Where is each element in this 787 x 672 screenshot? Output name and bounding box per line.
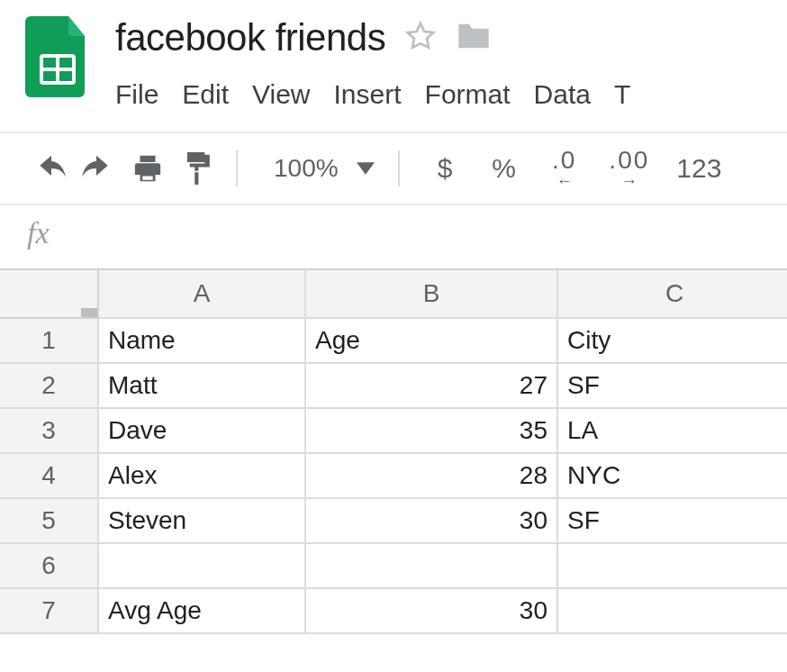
cell-b3[interactable]: 35: [306, 409, 558, 454]
cell-b4[interactable]: 28: [306, 454, 558, 499]
fx-label: fx: [27, 216, 50, 250]
cell-c2[interactable]: SF: [558, 364, 787, 409]
menu-edit[interactable]: Edit: [182, 79, 229, 110]
row-header-6[interactable]: 6: [0, 544, 99, 589]
row-header-1[interactable]: 1: [0, 319, 99, 364]
decrease-decimal-button[interactable]: .0 ←: [552, 148, 576, 189]
folder-icon[interactable]: [456, 21, 492, 55]
menu-insert[interactable]: Insert: [334, 79, 402, 110]
increase-decimal-button[interactable]: .00 →: [609, 148, 649, 189]
cell-c1[interactable]: City: [558, 319, 787, 364]
spreadsheet-grid: A B C 1 Name Age City 2 Matt 27 SF 3 Dav…: [0, 268, 787, 634]
row-header-7[interactable]: 7: [0, 589, 99, 634]
column-header-c[interactable]: C: [558, 270, 787, 319]
cell-c4[interactable]: NYC: [558, 454, 787, 499]
cell-a2[interactable]: Matt: [99, 364, 306, 409]
cell-c3[interactable]: LA: [558, 409, 787, 454]
cell-b1[interactable]: Age: [306, 319, 558, 364]
select-all-corner[interactable]: [0, 270, 99, 319]
cell-a7[interactable]: Avg Age: [99, 589, 306, 634]
cell-a5[interactable]: Steven: [99, 499, 306, 544]
arrow-left-icon: ←: [556, 173, 573, 189]
formula-bar[interactable]: fx: [0, 205, 787, 268]
percent-button[interactable]: %: [492, 153, 516, 184]
cell-c5[interactable]: SF: [558, 499, 787, 544]
row-header-4[interactable]: 4: [0, 454, 99, 499]
row-header-2[interactable]: 2: [0, 364, 99, 409]
column-header-b[interactable]: B: [306, 270, 558, 319]
paint-format-icon[interactable]: [182, 152, 213, 185]
toolbar: 100% $ % .0 ← .00 → 123: [0, 133, 787, 204]
menu-view[interactable]: View: [252, 79, 310, 110]
column-header-a[interactable]: A: [99, 270, 306, 319]
print-icon[interactable]: [131, 153, 164, 184]
zoom-level[interactable]: 100%: [274, 154, 339, 183]
redo-icon[interactable]: [79, 155, 113, 182]
number-format-button[interactable]: 123: [676, 153, 721, 184]
cell-a4[interactable]: Alex: [99, 454, 306, 499]
arrow-right-icon: →: [621, 173, 638, 189]
menu-data[interactable]: Data: [534, 79, 591, 110]
cell-a6[interactable]: [99, 544, 306, 589]
row-header-3[interactable]: 3: [0, 409, 99, 454]
menu-bar: File Edit View Insert Format Data T: [115, 79, 787, 110]
chevron-down-icon[interactable]: [357, 162, 375, 175]
toolbar-separator: [398, 150, 400, 186]
sheets-app-icon: [25, 16, 90, 97]
menu-file[interactable]: File: [115, 79, 158, 110]
row-header-5[interactable]: 5: [0, 499, 99, 544]
svg-marker-3: [408, 23, 433, 48]
toolbar-separator: [236, 150, 238, 186]
star-icon[interactable]: [405, 21, 436, 55]
cell-b5[interactable]: 30: [306, 499, 558, 544]
cell-a3[interactable]: Dave: [99, 409, 306, 454]
menu-format[interactable]: Format: [425, 79, 511, 110]
cell-b7[interactable]: 30: [306, 589, 558, 634]
document-title[interactable]: facebook friends: [115, 16, 385, 59]
decrease-decimal-label: .0: [552, 148, 576, 173]
currency-button[interactable]: $: [438, 153, 453, 184]
cell-c6[interactable]: [558, 544, 787, 589]
cell-b2[interactable]: 27: [306, 364, 558, 409]
undo-icon[interactable]: [34, 155, 68, 182]
cell-b6[interactable]: [306, 544, 558, 589]
cell-a1[interactable]: Name: [99, 319, 306, 364]
cell-c7[interactable]: [558, 589, 787, 634]
increase-decimal-label: .00: [609, 148, 649, 173]
menu-tools[interactable]: T: [614, 79, 630, 110]
